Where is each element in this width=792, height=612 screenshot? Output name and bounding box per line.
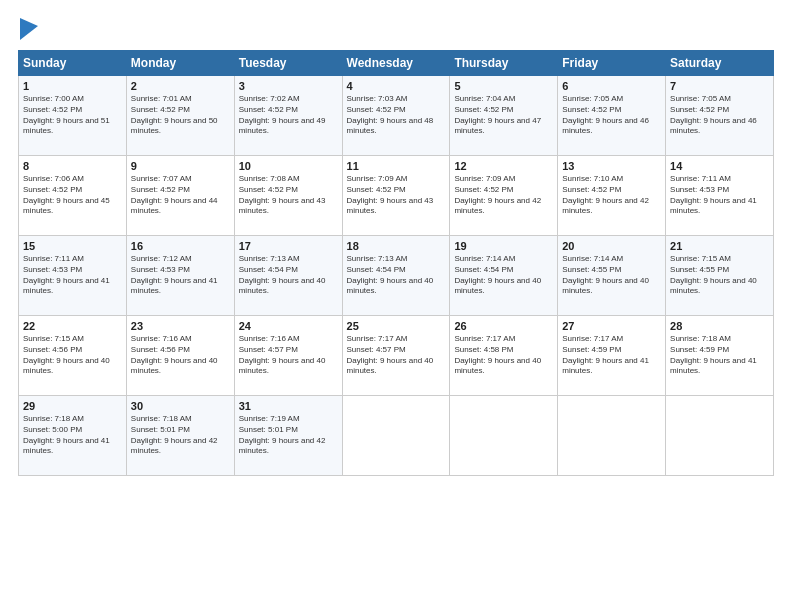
day-number: 28 — [670, 320, 769, 332]
header-row: SundayMondayTuesdayWednesdayThursdayFrid… — [19, 51, 774, 76]
day-number: 21 — [670, 240, 769, 252]
logo — [18, 18, 38, 40]
calendar-cell: 19Sunrise: 7:14 AMSunset: 4:54 PMDayligh… — [450, 236, 558, 316]
calendar-cell: 9Sunrise: 7:07 AMSunset: 4:52 PMDaylight… — [126, 156, 234, 236]
svg-marker-0 — [20, 18, 38, 40]
day-number: 26 — [454, 320, 553, 332]
calendar-cell: 3Sunrise: 7:02 AMSunset: 4:52 PMDaylight… — [234, 76, 342, 156]
day-number: 4 — [347, 80, 446, 92]
calendar-cell: 4Sunrise: 7:03 AMSunset: 4:52 PMDaylight… — [342, 76, 450, 156]
calendar-cell — [558, 396, 666, 476]
day-number: 31 — [239, 400, 338, 412]
day-info: Sunrise: 7:09 AMSunset: 4:52 PMDaylight:… — [454, 174, 553, 217]
calendar-cell: 28Sunrise: 7:18 AMSunset: 4:59 PMDayligh… — [666, 316, 774, 396]
day-number: 27 — [562, 320, 661, 332]
day-number: 22 — [23, 320, 122, 332]
day-info: Sunrise: 7:18 AMSunset: 5:00 PMDaylight:… — [23, 414, 122, 457]
calendar-cell: 20Sunrise: 7:14 AMSunset: 4:55 PMDayligh… — [558, 236, 666, 316]
day-info: Sunrise: 7:19 AMSunset: 5:01 PMDaylight:… — [239, 414, 338, 457]
day-info: Sunrise: 7:15 AMSunset: 4:55 PMDaylight:… — [670, 254, 769, 297]
calendar-cell — [666, 396, 774, 476]
day-number: 24 — [239, 320, 338, 332]
day-number: 7 — [670, 80, 769, 92]
day-number: 2 — [131, 80, 230, 92]
day-number: 16 — [131, 240, 230, 252]
calendar-cell: 15Sunrise: 7:11 AMSunset: 4:53 PMDayligh… — [19, 236, 127, 316]
day-info: Sunrise: 7:06 AMSunset: 4:52 PMDaylight:… — [23, 174, 122, 217]
day-info: Sunrise: 7:15 AMSunset: 4:56 PMDaylight:… — [23, 334, 122, 377]
day-number: 6 — [562, 80, 661, 92]
day-info: Sunrise: 7:11 AMSunset: 4:53 PMDaylight:… — [670, 174, 769, 217]
calendar-cell: 2Sunrise: 7:01 AMSunset: 4:52 PMDaylight… — [126, 76, 234, 156]
day-info: Sunrise: 7:14 AMSunset: 4:55 PMDaylight:… — [562, 254, 661, 297]
day-info: Sunrise: 7:11 AMSunset: 4:53 PMDaylight:… — [23, 254, 122, 297]
day-info: Sunrise: 7:07 AMSunset: 4:52 PMDaylight:… — [131, 174, 230, 217]
day-info: Sunrise: 7:18 AMSunset: 5:01 PMDaylight:… — [131, 414, 230, 457]
day-info: Sunrise: 7:10 AMSunset: 4:52 PMDaylight:… — [562, 174, 661, 217]
day-number: 13 — [562, 160, 661, 172]
calendar-cell: 1Sunrise: 7:00 AMSunset: 4:52 PMDaylight… — [19, 76, 127, 156]
day-info: Sunrise: 7:05 AMSunset: 4:52 PMDaylight:… — [562, 94, 661, 137]
calendar-cell: 31Sunrise: 7:19 AMSunset: 5:01 PMDayligh… — [234, 396, 342, 476]
day-info: Sunrise: 7:17 AMSunset: 4:57 PMDaylight:… — [347, 334, 446, 377]
calendar-cell: 14Sunrise: 7:11 AMSunset: 4:53 PMDayligh… — [666, 156, 774, 236]
day-number: 15 — [23, 240, 122, 252]
day-number: 30 — [131, 400, 230, 412]
day-number: 23 — [131, 320, 230, 332]
day-number: 18 — [347, 240, 446, 252]
day-info: Sunrise: 7:05 AMSunset: 4:52 PMDaylight:… — [670, 94, 769, 137]
day-info: Sunrise: 7:09 AMSunset: 4:52 PMDaylight:… — [347, 174, 446, 217]
calendar-cell — [450, 396, 558, 476]
day-number: 25 — [347, 320, 446, 332]
day-info: Sunrise: 7:12 AMSunset: 4:53 PMDaylight:… — [131, 254, 230, 297]
calendar-cell: 23Sunrise: 7:16 AMSunset: 4:56 PMDayligh… — [126, 316, 234, 396]
day-number: 5 — [454, 80, 553, 92]
day-number: 8 — [23, 160, 122, 172]
calendar-cell: 13Sunrise: 7:10 AMSunset: 4:52 PMDayligh… — [558, 156, 666, 236]
day-info: Sunrise: 7:13 AMSunset: 4:54 PMDaylight:… — [347, 254, 446, 297]
day-info: Sunrise: 7:01 AMSunset: 4:52 PMDaylight:… — [131, 94, 230, 137]
day-number: 10 — [239, 160, 338, 172]
day-info: Sunrise: 7:02 AMSunset: 4:52 PMDaylight:… — [239, 94, 338, 137]
day-info: Sunrise: 7:00 AMSunset: 4:52 PMDaylight:… — [23, 94, 122, 137]
day-number: 11 — [347, 160, 446, 172]
day-number: 17 — [239, 240, 338, 252]
calendar-cell: 8Sunrise: 7:06 AMSunset: 4:52 PMDaylight… — [19, 156, 127, 236]
calendar-cell: 25Sunrise: 7:17 AMSunset: 4:57 PMDayligh… — [342, 316, 450, 396]
day-info: Sunrise: 7:03 AMSunset: 4:52 PMDaylight:… — [347, 94, 446, 137]
day-number: 3 — [239, 80, 338, 92]
day-number: 12 — [454, 160, 553, 172]
calendar-cell: 10Sunrise: 7:08 AMSunset: 4:52 PMDayligh… — [234, 156, 342, 236]
header-day-sunday: Sunday — [19, 51, 127, 76]
day-info: Sunrise: 7:04 AMSunset: 4:52 PMDaylight:… — [454, 94, 553, 137]
calendar-cell: 11Sunrise: 7:09 AMSunset: 4:52 PMDayligh… — [342, 156, 450, 236]
day-number: 19 — [454, 240, 553, 252]
header-day-wednesday: Wednesday — [342, 51, 450, 76]
header-day-tuesday: Tuesday — [234, 51, 342, 76]
day-info: Sunrise: 7:17 AMSunset: 4:59 PMDaylight:… — [562, 334, 661, 377]
day-info: Sunrise: 7:13 AMSunset: 4:54 PMDaylight:… — [239, 254, 338, 297]
calendar-cell: 12Sunrise: 7:09 AMSunset: 4:52 PMDayligh… — [450, 156, 558, 236]
calendar-cell: 22Sunrise: 7:15 AMSunset: 4:56 PMDayligh… — [19, 316, 127, 396]
calendar-cell: 24Sunrise: 7:16 AMSunset: 4:57 PMDayligh… — [234, 316, 342, 396]
day-info: Sunrise: 7:18 AMSunset: 4:59 PMDaylight:… — [670, 334, 769, 377]
calendar-cell: 30Sunrise: 7:18 AMSunset: 5:01 PMDayligh… — [126, 396, 234, 476]
day-info: Sunrise: 7:17 AMSunset: 4:58 PMDaylight:… — [454, 334, 553, 377]
calendar-cell — [342, 396, 450, 476]
week-row-2: 8Sunrise: 7:06 AMSunset: 4:52 PMDaylight… — [19, 156, 774, 236]
day-info: Sunrise: 7:16 AMSunset: 4:57 PMDaylight:… — [239, 334, 338, 377]
week-row-3: 15Sunrise: 7:11 AMSunset: 4:53 PMDayligh… — [19, 236, 774, 316]
day-info: Sunrise: 7:16 AMSunset: 4:56 PMDaylight:… — [131, 334, 230, 377]
day-number: 1 — [23, 80, 122, 92]
day-number: 20 — [562, 240, 661, 252]
header-day-friday: Friday — [558, 51, 666, 76]
week-row-1: 1Sunrise: 7:00 AMSunset: 4:52 PMDaylight… — [19, 76, 774, 156]
day-number: 14 — [670, 160, 769, 172]
header — [18, 18, 774, 40]
page: SundayMondayTuesdayWednesdayThursdayFrid… — [0, 0, 792, 612]
week-row-5: 29Sunrise: 7:18 AMSunset: 5:00 PMDayligh… — [19, 396, 774, 476]
calendar-cell: 7Sunrise: 7:05 AMSunset: 4:52 PMDaylight… — [666, 76, 774, 156]
day-info: Sunrise: 7:08 AMSunset: 4:52 PMDaylight:… — [239, 174, 338, 217]
day-number: 9 — [131, 160, 230, 172]
calendar-cell: 21Sunrise: 7:15 AMSunset: 4:55 PMDayligh… — [666, 236, 774, 316]
